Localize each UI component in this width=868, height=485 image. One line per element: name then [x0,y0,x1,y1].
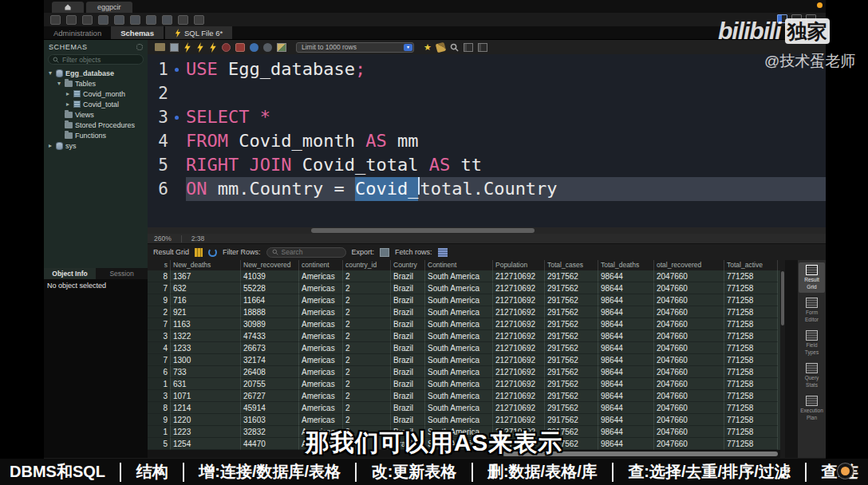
code-line-4[interactable]: 4FROM Covid_month AS mm [148,129,826,153]
grid-cell[interactable]: South America [425,330,493,342]
column-header[interactable]: country_id [343,260,391,270]
grid-cell[interactable]: 2917562 [545,282,598,294]
grid-cell[interactable]: 771258 [724,282,778,294]
grid-cell[interactable]: 98644 [598,438,654,450]
grid-cell[interactable]: 631 [171,378,241,390]
grid-cell[interactable]: 212710692 [493,378,545,390]
grid-cell[interactable]: 2 [343,390,391,402]
tab-sql-file[interactable]: SQL File 6* [165,26,232,39]
grid-cell[interactable]: South America [425,306,493,318]
grid-cell[interactable]: Brazil [391,390,425,402]
grid-cell[interactable]: 2 [343,342,391,354]
grid-cell[interactable]: 11664 [241,294,299,306]
open-script-icon[interactable] [66,15,77,25]
grid-cell[interactable]: 2047660 [654,306,724,318]
grid-cell[interactable]: 98644 [598,318,654,330]
grid-cell[interactable]: 98644 [598,282,654,294]
grid-cell[interactable]: 2917562 [545,270,598,282]
tree-item-tables[interactable]: ▾Tables [44,78,148,89]
grid-cell[interactable]: Americas [299,402,343,414]
grid-cell[interactable]: 1300 [171,354,241,366]
grid-cell[interactable]: Brazil [391,414,425,426]
connection-tab[interactable]: eggpcir [86,2,132,13]
grid-cell[interactable]: 1 [148,378,171,390]
rollback-icon[interactable] [263,43,272,52]
limit-rows-dropdown[interactable]: Limit to 1000 rows ▾ [296,42,414,53]
grid-cell[interactable]: Americas [299,294,343,306]
grid-cell[interactable]: 212710692 [493,282,545,294]
tree-item-stored-procedures[interactable]: Stored Procedures [44,120,148,130]
grid-cell[interactable]: 98644 [598,390,654,402]
grid-vscrollbar[interactable] [780,260,785,458]
column-header[interactable]: Population [493,260,545,270]
code-line-6[interactable]: 6ON mm.Country = Covid_total.Country [148,177,826,201]
preferences-list-icon[interactable] [194,15,204,25]
grid-cell[interactable]: 1223 [171,426,241,438]
grid-cell[interactable]: 41039 [241,270,299,282]
editor-hscrollbar-thumb[interactable] [311,228,535,233]
grid-cell[interactable]: Americas [299,282,343,294]
grid-cell[interactable]: 2917562 [545,402,598,414]
editor-hscrollbar[interactable] [148,227,826,234]
grid-cell[interactable]: 2047660 [654,318,724,330]
grid-cell[interactable]: 26727 [241,390,299,402]
grid-cell[interactable]: 2 [343,402,391,414]
grid-cell[interactable]: 212710692 [493,390,545,402]
grid-cell[interactable]: 771258 [724,414,778,426]
code-line-5[interactable]: 5RIGHT JOIN Covid_total AS tt [148,153,826,177]
grid-cell[interactable]: 2 [343,306,391,318]
column-header[interactable]: otal_recovered [654,260,724,270]
home-tab[interactable] [52,2,84,13]
column-header[interactable]: Total_deaths [598,260,654,270]
grid-cell[interactable]: 2 [343,414,391,426]
column-header[interactable]: Country [391,260,425,270]
column-header[interactable]: New_deaths [171,260,241,270]
grid-cell[interactable]: 2047660 [654,390,724,402]
grid-cell[interactable]: 2047660 [654,330,724,342]
grid-cell[interactable]: 5 [148,438,171,450]
grid-cell[interactable]: 1163 [171,318,241,330]
grid-cell[interactable]: 212710692 [493,366,545,378]
grid-cell[interactable]: 26673 [241,342,299,354]
grid-cell[interactable]: 771258 [724,306,778,318]
save-icon[interactable] [170,43,179,52]
grid-cell[interactable]: 212710692 [493,318,545,330]
grid-cell[interactable]: South America [425,366,493,378]
execute-current-bolt-icon[interactable] [196,42,204,53]
grid-cell[interactable]: Brazil [391,342,425,354]
grid-cell[interactable]: 98644 [598,342,654,354]
grid-cell[interactable]: 2047660 [654,414,724,426]
grid-cell[interactable]: Brazil [391,378,425,390]
column-header[interactable]: Continent [425,260,493,270]
grid-cell[interactable]: Americas [299,270,343,282]
grid-cell[interactable]: 98644 [598,378,654,390]
grid-cell[interactable]: 8 [148,402,171,414]
grid-cell[interactable]: 1254 [171,438,241,450]
grid-cell[interactable]: 1214 [171,402,241,414]
stop-icon[interactable] [222,43,231,52]
grid-cell[interactable]: Brazil [391,306,425,318]
grid-cell[interactable]: South America [425,414,493,426]
grid-cell[interactable]: 771258 [724,378,778,390]
grid-cell[interactable]: 771258 [724,354,778,366]
grid-cell[interactable]: 212710692 [493,354,545,366]
grid-cell[interactable]: 2047660 [654,402,724,414]
grid-cell[interactable]: 45914 [241,402,299,414]
grid-cell[interactable]: 2 [343,330,391,342]
grid-cell[interactable]: 32832 [241,426,299,438]
execute-bolt-icon[interactable] [183,42,191,53]
grid-cell[interactable]: 98644 [598,330,654,342]
code-line-1[interactable]: 1USE Egg_database; [148,57,826,81]
grid-cell[interactable]: 3 [148,390,171,402]
grid-cell[interactable]: 2047660 [654,366,724,378]
create-procedure-icon[interactable] [146,15,156,25]
tree-expand-arrow-icon[interactable]: ▾ [47,69,53,77]
grid-cell[interactable]: 1233 [171,342,241,354]
grid-cell[interactable]: 921 [171,306,241,318]
beautify-broom-icon[interactable] [436,41,446,52]
sql-editor[interactable]: 1USE Egg_database;23SELECT *4FROM Covid_… [148,54,826,227]
grid-cell[interactable]: 98644 [598,402,654,414]
tab-session[interactable]: Session [96,268,148,279]
grid-search-input[interactable]: Search [266,247,346,258]
tab-object-info[interactable]: Object Info [44,268,96,279]
